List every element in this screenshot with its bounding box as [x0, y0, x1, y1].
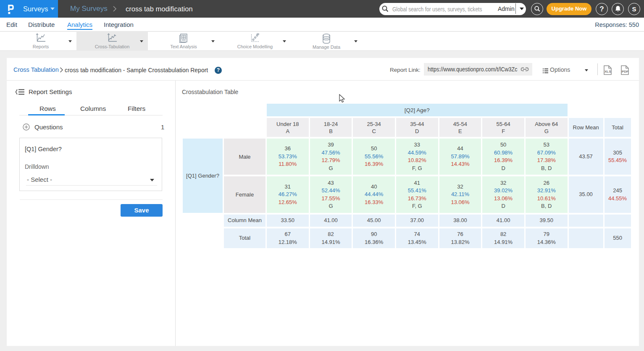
svg-text:PDF: PDF	[622, 70, 628, 73]
svg-text:XLS: XLS	[605, 70, 611, 73]
